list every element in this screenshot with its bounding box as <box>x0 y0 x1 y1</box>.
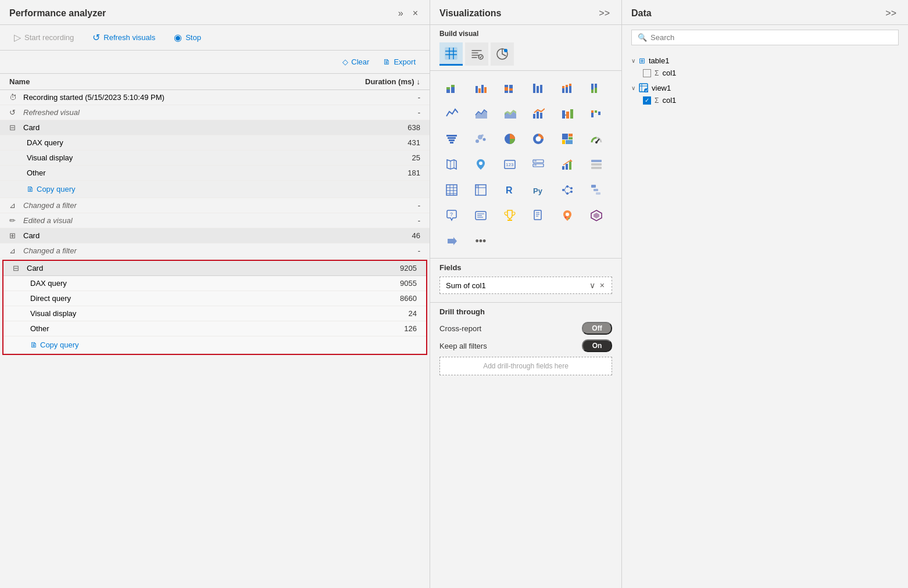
refresh-visuals-button[interactable]: ↺ Refresh visuals <box>88 30 160 45</box>
decomp-tree-button[interactable] <box>555 178 580 202</box>
svg-text:?: ? <box>450 211 453 217</box>
row-name: ⊿ Changed a filter <box>9 246 351 255</box>
keep-all-filters-row: Keep all filters On <box>439 339 612 352</box>
funnel-chart-icon <box>445 132 458 145</box>
format-button[interactable] <box>465 42 488 66</box>
100-stacked-column-button[interactable] <box>584 76 609 100</box>
right-arrow-icon-button[interactable] <box>439 229 464 253</box>
tree-item-table1-col1[interactable]: Σ col1 <box>631 67 899 79</box>
analytics-icon <box>495 47 509 61</box>
table-row: ✏ Edited a visual - <box>0 213 430 228</box>
keep-all-filters-toggle[interactable]: On <box>582 339 612 352</box>
qa-button[interactable]: ? <box>439 203 464 228</box>
funnel-chart-button[interactable] <box>439 127 464 151</box>
line-clustered-button[interactable] <box>526 101 550 126</box>
stacked-bar-chart-button[interactable] <box>439 76 464 100</box>
table-row: ⊿ Changed a filter - <box>0 198 430 213</box>
copy-query-button[interactable]: 🗎 Copy query <box>27 184 75 195</box>
map-button[interactable] <box>439 152 464 177</box>
expand-data-button[interactable]: >> <box>883 7 899 20</box>
table-row: DAX query 431 <box>0 135 430 150</box>
ribbon-chart-button[interactable] <box>555 101 580 126</box>
100-stacked-bar-button[interactable] <box>498 76 522 100</box>
svg-rect-73 <box>562 166 564 170</box>
row-duration: - <box>351 93 420 102</box>
power-apps-button[interactable] <box>584 203 609 228</box>
cross-report-row: Cross-report Off <box>439 322 612 335</box>
line-chart-button[interactable] <box>439 101 464 126</box>
stacked-area-button[interactable] <box>498 101 522 126</box>
azure-maps-full-icon <box>561 209 574 222</box>
analytics-button[interactable] <box>491 42 514 66</box>
paginated-report-button[interactable] <box>526 203 550 228</box>
export-icon: 🗎 <box>383 58 391 66</box>
search-input[interactable] <box>650 33 892 42</box>
card-button[interactable]: 123 <box>498 152 522 177</box>
clear-button[interactable]: ◇ Clear <box>338 55 374 69</box>
chart-type-table-button[interactable] <box>439 42 463 66</box>
scatter-chart-button[interactable] <box>469 127 493 151</box>
start-recording-button[interactable]: ▷ Start recording <box>9 30 78 45</box>
azure-map-button[interactable] <box>469 152 493 177</box>
svg-rect-41 <box>570 109 573 119</box>
scatter-chart-icon <box>474 132 487 145</box>
trophy-chart-button[interactable] <box>498 203 522 228</box>
pie-chart-button[interactable] <box>498 127 522 151</box>
view1-col1-checkbox[interactable]: ✓ <box>643 96 651 105</box>
tree-item-view1-col1[interactable]: ✓ Σ col1 <box>631 94 899 106</box>
sum-icon: Σ <box>655 69 659 77</box>
expand-perf-button[interactable]: » <box>396 7 406 20</box>
field-chevron-button[interactable]: ∨ <box>588 281 596 290</box>
cross-report-toggle[interactable]: Off <box>582 322 612 335</box>
table-visual-button[interactable] <box>439 178 464 202</box>
svg-point-115 <box>566 213 569 216</box>
svg-rect-47 <box>448 137 456 139</box>
export-button[interactable]: 🗎 Export <box>378 55 420 69</box>
search-icon: 🔍 <box>638 33 647 42</box>
expand-viz-button[interactable]: >> <box>596 7 612 20</box>
svg-point-116 <box>565 217 567 218</box>
row-duration: 9205 <box>347 264 417 273</box>
stop-button[interactable]: ◉ Stop <box>169 30 206 45</box>
svg-point-50 <box>476 139 479 143</box>
svg-rect-59 <box>569 137 573 139</box>
column-chart-button[interactable] <box>526 76 550 100</box>
svg-rect-101 <box>591 185 596 188</box>
svg-point-7 <box>504 49 507 52</box>
table-header: Name Duration (ms) ↓ <box>0 74 430 90</box>
copy-query-selected-button[interactable]: 🗎 Copy query <box>30 339 78 350</box>
donut-chart-button[interactable] <box>526 127 550 151</box>
filter-icon: ⊿ <box>9 201 20 210</box>
close-perf-button[interactable]: × <box>410 7 420 20</box>
svg-point-56 <box>536 137 541 142</box>
field-name: Sum of col1 <box>446 281 486 290</box>
area-chart-button[interactable] <box>469 101 493 126</box>
stop-icon: ◉ <box>174 32 182 43</box>
azure-maps-full-button[interactable] <box>555 203 580 228</box>
tree-item-table1[interactable]: ∨ ⊞ table1 <box>631 55 899 67</box>
table1-col1-checkbox[interactable] <box>643 69 651 77</box>
gauge-chart-button[interactable] <box>584 127 609 151</box>
clustered-bar-chart-button[interactable] <box>469 76 493 100</box>
more-visuals-button[interactable]: ••• <box>469 229 493 253</box>
stacked-column-button[interactable] <box>555 76 580 100</box>
view-icon <box>639 83 648 92</box>
viz-header: Visualizations >> <box>430 0 621 25</box>
viz-title: Visualizations <box>439 8 501 19</box>
r-visual-button[interactable]: R <box>498 178 522 202</box>
svg-rect-13 <box>478 88 481 93</box>
treemap-button[interactable] <box>555 127 580 151</box>
stacked-column-icon <box>561 81 574 94</box>
kpi-button[interactable] <box>555 152 580 177</box>
tree-item-view1[interactable]: ∨ view1 <box>631 81 899 94</box>
multi-row-card-button[interactable] <box>526 152 550 177</box>
waterfall-chart-button[interactable] <box>584 101 609 126</box>
hierarchy-slicer-button[interactable] <box>584 178 609 202</box>
table-row: ⊞ Card 46 <box>0 228 430 243</box>
field-remove-button[interactable]: × <box>599 281 606 290</box>
smart-narrative-button[interactable] <box>469 203 493 228</box>
table-chart-icon <box>444 46 458 60</box>
matrix-button[interactable] <box>469 178 493 202</box>
py-visual-button[interactable]: Py <box>526 178 550 202</box>
slicer-button[interactable] <box>584 152 609 177</box>
